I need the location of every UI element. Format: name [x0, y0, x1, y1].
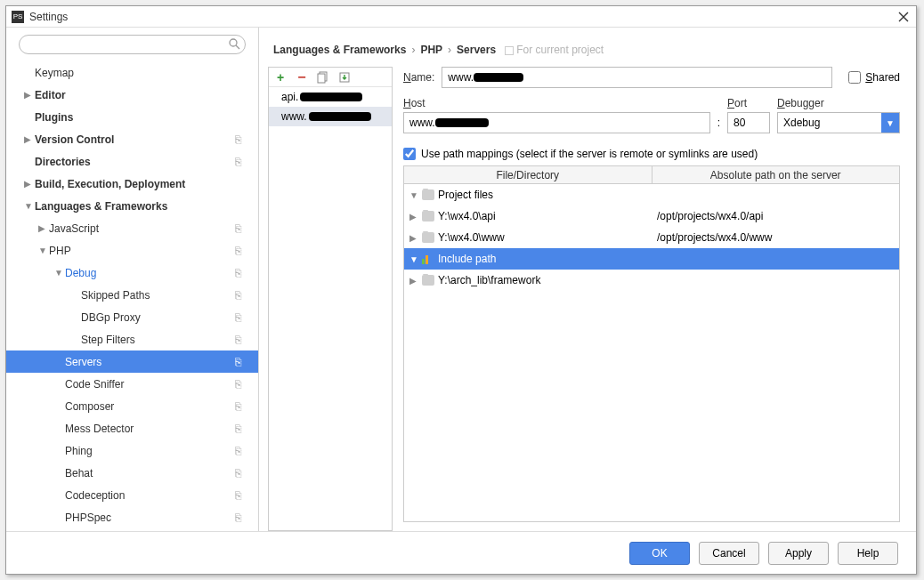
server-list-toolbar: + − [269, 68, 392, 87]
name-input[interactable]: www. [442, 67, 832, 88]
redacted-text [300, 93, 362, 101]
copy-icon[interactable] [317, 71, 329, 84]
sidebar-item-label: Servers [65, 356, 235, 368]
expand-icon: ▼ [38, 246, 49, 255]
sidebar-item-label: Plugins [35, 111, 235, 124]
col-file-directory: File/Directory [404, 166, 652, 183]
debugger-select[interactable]: Xdebug ▼ [777, 112, 900, 133]
sidebar-item-step-filters[interactable]: Step Filters⎘ [6, 328, 258, 350]
settings-sidebar: Keymap▶EditorPlugins▶Version Control⎘Dir… [6, 28, 259, 531]
sidebar-item-label: PHPSpec [65, 512, 235, 524]
sidebar-item-php[interactable]: ▼PHP⎘ [6, 239, 258, 262]
scope-badge-icon: ⎘ [235, 489, 249, 502]
close-icon[interactable] [896, 10, 911, 24]
sidebar-item-version-control[interactable]: ▶Version Control⎘ [6, 128, 258, 150]
host-input[interactable]: www. [403, 112, 710, 133]
server-list: api.www. [269, 87, 392, 530]
app-icon: PS [12, 11, 24, 23]
cell-file-directory: ▼Project files [404, 189, 652, 201]
remove-icon[interactable]: − [296, 71, 308, 84]
sidebar-item-dbgp-proxy[interactable]: DBGp Proxy⎘ [6, 306, 258, 328]
port-input[interactable] [727, 112, 770, 133]
expand-icon[interactable]: ▼ [409, 190, 418, 200]
host-port-colon: : [717, 117, 720, 133]
server-list-item[interactable]: www. [269, 107, 392, 126]
sidebar-item-plugins[interactable]: Plugins [6, 106, 258, 128]
sidebar-item-mess-detector[interactable]: Mess Detector⎘ [6, 417, 258, 439]
scope-badge-icon: ⎘ [235, 445, 249, 457]
sidebar-item-keymap[interactable]: Keymap [6, 61, 258, 84]
scope-icon [505, 46, 514, 55]
shared-checkbox[interactable]: Shared [848, 71, 900, 84]
svg-point-0 [230, 39, 237, 46]
scope-badge-icon: ⎘ [235, 378, 249, 391]
scope-badge-icon: ⎘ [235, 156, 249, 168]
expand-icon[interactable]: ▶ [409, 212, 418, 222]
folder-icon [422, 189, 434, 200]
path-mappings-checkbox-input[interactable] [403, 148, 416, 160]
include-path-icon [422, 254, 434, 264]
sidebar-item-directories[interactable]: Directories⎘ [6, 150, 258, 173]
crumb-sep: › [411, 44, 415, 56]
scope-badge-icon: ⎘ [235, 356, 249, 368]
scope-badge-icon: ⎘ [235, 400, 249, 413]
sidebar-item-skipped-paths[interactable]: Skipped Paths⎘ [6, 284, 258, 306]
cell-absolute-path[interactable]: /opt/projects/wx4.0/api [652, 210, 899, 222]
shared-checkbox-input[interactable] [848, 71, 861, 84]
cancel-button[interactable]: Cancel [699, 542, 759, 565]
scope-badge-icon: ⎘ [235, 267, 249, 279]
cell-file-directory: ▶Y:\arch_lib\framework [404, 274, 652, 286]
import-icon[interactable] [338, 71, 351, 84]
table-body: ▼Project files▶Y:\wx4.0\api/opt/projects… [404, 184, 899, 521]
sidebar-item-servers[interactable]: Servers⎘ [6, 350, 258, 373]
expand-icon: ▶ [38, 223, 49, 233]
expand-icon[interactable]: ▶ [409, 233, 418, 243]
apply-button[interactable]: Apply [768, 542, 829, 565]
expand-icon: ▼ [24, 201, 35, 211]
cell-file-directory: ▶Y:\wx4.0\www [404, 231, 652, 244]
dialog-footer: OK Cancel Apply Help [6, 531, 916, 574]
cell-absolute-path[interactable]: /opt/projects/wx4.0/www [652, 231, 899, 244]
sidebar-item-editor[interactable]: ▶Editor [6, 84, 258, 106]
scope-badge-icon: ⎘ [235, 334, 249, 346]
sidebar-item-phpspec[interactable]: PHPSpec⎘ [6, 506, 258, 528]
search-input[interactable] [19, 35, 246, 54]
redacted-text [435, 118, 489, 127]
path-mappings-checkbox[interactable]: Use path mappings (select if the server … [403, 148, 900, 160]
ok-button[interactable]: OK [629, 542, 690, 565]
scope-badge-icon: ⎘ [235, 133, 249, 146]
mapping-row[interactable]: ▶Y:\wx4.0\www/opt/projects/wx4.0/www [404, 227, 899, 248]
help-button[interactable]: Help [838, 542, 898, 565]
cell-file-directory: ▼Include path [404, 253, 652, 265]
scope-badge-icon: ⎘ [235, 289, 249, 302]
expand-icon[interactable]: ▼ [409, 254, 418, 264]
sidebar-item-code-sniffer[interactable]: Code Sniffer⎘ [6, 373, 258, 395]
sidebar-item-phing[interactable]: Phing⎘ [6, 439, 258, 462]
mapping-row[interactable]: ▼Project files [404, 184, 899, 205]
mapping-row[interactable]: ▶Y:\arch_lib\framework [404, 270, 899, 291]
server-list-item[interactable]: api. [269, 87, 392, 107]
sidebar-item-label: Step Filters [81, 334, 235, 346]
sidebar-item-behat[interactable]: Behat⎘ [6, 462, 258, 484]
sidebar-item-label: Keymap [35, 67, 235, 79]
sidebar-item-label: JavaScript [49, 222, 235, 235]
sidebar-item-label: Build, Execution, Deployment [35, 178, 235, 190]
sidebar-item-javascript[interactable]: ▶JavaScript⎘ [6, 217, 258, 239]
sidebar-item-composer[interactable]: Composer⎘ [6, 395, 258, 417]
add-icon[interactable]: + [274, 71, 287, 84]
sidebar-item-debug[interactable]: ▼Debug⎘ [6, 262, 258, 284]
sidebar-item-languages-frameworks[interactable]: ▼Languages & Frameworks [6, 195, 258, 217]
sidebar-item-label: Codeception [65, 489, 235, 502]
mapping-row[interactable]: ▼Include path [404, 248, 899, 270]
mapping-row[interactable]: ▶Y:\wx4.0\api/opt/projects/wx4.0/api [404, 205, 899, 227]
expand-icon[interactable]: ▶ [409, 276, 418, 286]
sidebar-item-codeception[interactable]: Codeception⎘ [6, 484, 258, 506]
sidebar-item-label: Mess Detector [65, 423, 235, 435]
sidebar-item-build-execution-deployment[interactable]: ▶Build, Execution, Deployment [6, 173, 258, 195]
crumb-1: PHP [420, 44, 442, 56]
crumb-sep: › [448, 44, 451, 56]
crumb-0: Languages & Frameworks [273, 44, 406, 56]
redacted-text [309, 112, 371, 121]
sidebar-item-label: DBGp Proxy [81, 311, 235, 324]
folder-icon [422, 211, 434, 222]
